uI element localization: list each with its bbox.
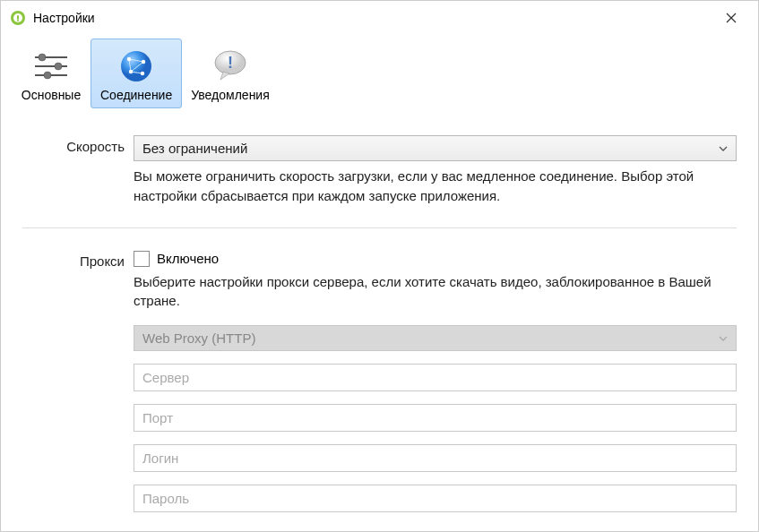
proxy-type-select: Web Proxy (HTTP): [134, 325, 737, 351]
tab-general-label: Основные: [22, 88, 81, 102]
proxy-password-input: [134, 485, 737, 512]
proxy-label: Прокси: [22, 250, 134, 526]
speed-select[interactable]: Без ограничений: [134, 135, 737, 161]
proxy-type-value: Web Proxy (HTTP): [142, 330, 255, 346]
tab-notifications-label: Уведомления: [191, 88, 270, 102]
proxy-row: Прокси Включено Выберите настройки прокс…: [22, 250, 737, 526]
speed-label: Скорость: [22, 135, 134, 206]
tab-notifications[interactable]: ! Уведомления: [182, 39, 279, 108]
divider: [22, 227, 737, 228]
tab-connection[interactable]: Соединение: [91, 39, 182, 108]
proxy-enabled-checkbox[interactable]: [134, 251, 150, 267]
proxy-port-input: [134, 404, 737, 432]
tab-connection-label: Соединение: [100, 88, 172, 102]
chevron-down-icon: [719, 143, 728, 153]
speech-bubble-icon: !: [211, 47, 250, 86]
svg-point-17: [127, 57, 131, 61]
proxy-help: Выберите настройки прокси сервера, если …: [134, 272, 737, 312]
speed-row: Скорость Без ограничений Вы можете огран…: [22, 135, 737, 206]
proxy-enabled-label: Включено: [157, 251, 219, 266]
proxy-login-input: [134, 444, 737, 472]
svg-point-18: [142, 60, 145, 64]
titlebar: Настройки: [1, 1, 758, 35]
svg-point-9: [55, 63, 62, 70]
app-icon: [10, 10, 26, 26]
content: Скорость Без ограничений Вы можете огран…: [1, 108, 758, 525]
svg-point-20: [141, 72, 144, 75]
svg-point-11: [44, 72, 51, 79]
speed-select-value: Без ограничений: [142, 141, 247, 156]
close-button[interactable]: [713, 4, 749, 31]
svg-point-19: [129, 70, 133, 73]
svg-rect-2: [17, 15, 19, 20]
proxy-server-input: [134, 364, 737, 391]
tab-general[interactable]: Основные: [12, 39, 91, 108]
svg-point-12: [121, 51, 151, 82]
window-title: Настройки: [33, 11, 713, 25]
proxy-enabled-row: Включено: [134, 250, 737, 267]
svg-text:!: !: [228, 54, 233, 72]
sliders-icon: [31, 47, 71, 86]
tabs: Основные: [1, 39, 758, 108]
network-icon: [116, 47, 156, 86]
chevron-down-icon: [719, 333, 728, 343]
svg-point-3: [17, 20, 19, 21]
svg-point-7: [39, 54, 46, 61]
speed-help: Вы можете ограничить скорость загрузки, …: [134, 167, 737, 206]
